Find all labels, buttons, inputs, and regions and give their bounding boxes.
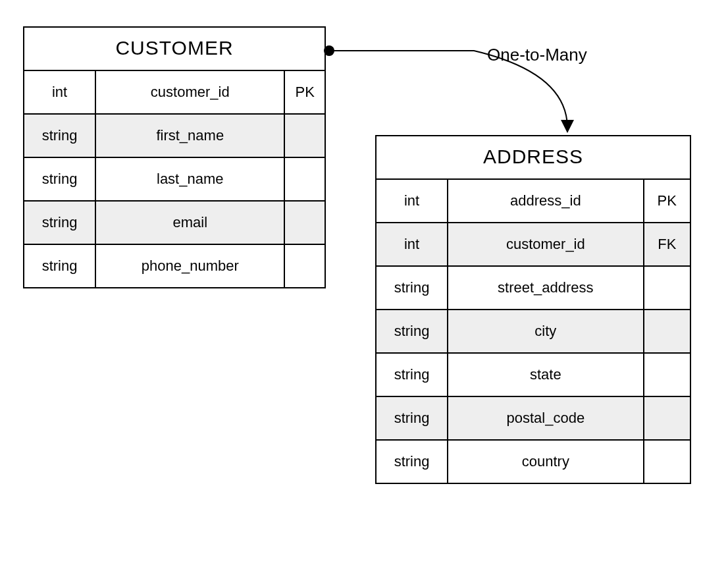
column-key	[644, 441, 690, 483]
column-key	[644, 354, 690, 396]
entity-customer: CUSTOMER intcustomer_idPKstringfirst_nam…	[23, 26, 326, 288]
column-key	[644, 267, 690, 309]
column-type: string	[377, 441, 448, 483]
connector-arrowhead-icon	[561, 120, 574, 133]
column-type: string	[377, 354, 448, 396]
column-name: customer_id	[448, 223, 644, 265]
table-row: stringemail	[24, 200, 325, 244]
column-name: postal_code	[448, 397, 644, 439]
table-row: stringcity	[377, 309, 690, 352]
table-row: stringstate	[377, 352, 690, 396]
column-name: first_name	[96, 115, 285, 157]
table-row: intaddress_idPK	[377, 180, 690, 222]
table-row: intcustomer_idPK	[24, 71, 325, 113]
table-row: stringcountry	[377, 439, 690, 483]
table-row: stringpostal_code	[377, 396, 690, 439]
column-name: customer_id	[96, 71, 285, 113]
table-row: stringfirst_name	[24, 113, 325, 157]
column-type: string	[377, 310, 448, 352]
column-type: string	[377, 267, 448, 309]
column-key	[644, 397, 690, 439]
column-name: country	[448, 441, 644, 483]
column-name: email	[96, 202, 285, 244]
column-key	[644, 310, 690, 352]
column-key: PK	[285, 71, 325, 113]
table-row: intcustomer_idFK	[377, 222, 690, 265]
column-name: last_name	[96, 158, 285, 200]
entity-address-title: ADDRESS	[377, 136, 690, 180]
column-type: int	[377, 223, 448, 265]
entity-customer-rows: intcustomer_idPKstringfirst_namestringla…	[24, 71, 325, 287]
er-diagram-canvas: CUSTOMER intcustomer_idPKstringfirst_nam…	[0, 0, 728, 569]
relationship-label: One-to-Many	[487, 45, 587, 65]
column-type: string	[377, 397, 448, 439]
table-row: stringlast_name	[24, 157, 325, 200]
column-type: string	[24, 115, 96, 157]
column-key	[285, 245, 325, 287]
column-key	[285, 158, 325, 200]
entity-customer-title: CUSTOMER	[24, 28, 325, 71]
column-key: FK	[644, 223, 690, 265]
column-name: phone_number	[96, 245, 285, 287]
column-type: string	[24, 245, 96, 287]
column-key	[285, 202, 325, 244]
column-name: address_id	[448, 180, 644, 222]
column-type: string	[24, 158, 96, 200]
table-row: stringphone_number	[24, 244, 325, 287]
column-name: state	[448, 354, 644, 396]
column-type: string	[24, 202, 96, 244]
column-type: int	[377, 180, 448, 222]
entity-address: ADDRESS intaddress_idPKintcustomer_idFKs…	[375, 135, 691, 484]
column-type: int	[24, 71, 96, 113]
entity-address-rows: intaddress_idPKintcustomer_idFKstringstr…	[377, 180, 690, 483]
column-key: PK	[644, 180, 690, 222]
column-name: street_address	[448, 267, 644, 309]
column-key	[285, 115, 325, 157]
table-row: stringstreet_address	[377, 265, 690, 309]
column-name: city	[448, 310, 644, 352]
